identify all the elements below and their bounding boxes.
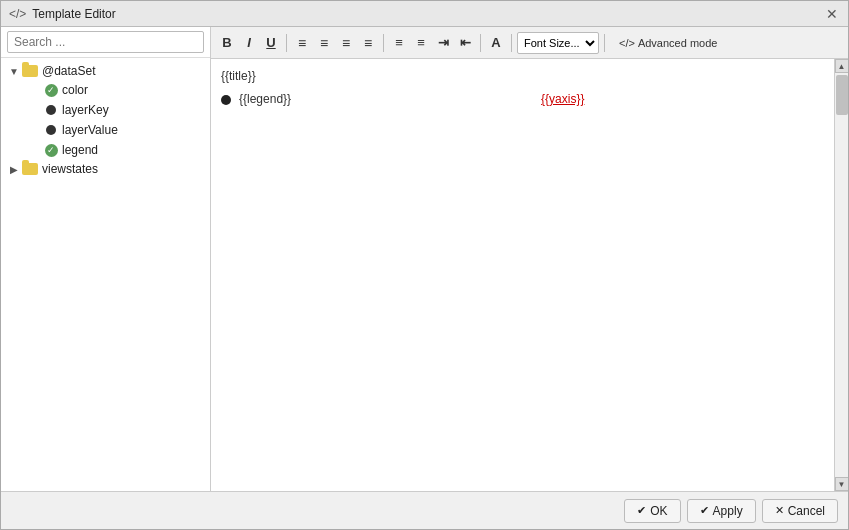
tree-node-layerkey[interactable]: layerKey — [1, 100, 210, 120]
sep4 — [511, 34, 512, 52]
indent-button[interactable]: ⇥ — [433, 34, 453, 51]
ok-button[interactable]: ✔ OK — [624, 499, 680, 523]
sep3 — [480, 34, 481, 52]
tree-node-color[interactable]: ✓ color — [1, 80, 210, 100]
underline-button[interactable]: U — [261, 34, 281, 51]
scrollbar: ▲ ▼ — [834, 59, 848, 491]
cancel-label: Cancel — [788, 504, 825, 518]
align-left-button[interactable]: ≡ — [292, 34, 312, 52]
template-editor-dialog: </> Template Editor ✕ ▼ @dataSet — [0, 0, 849, 530]
close-button[interactable]: ✕ — [824, 7, 840, 21]
title-bar-left: </> Template Editor — [9, 7, 116, 21]
tree-node-viewstates[interactable]: ▶ viewstates — [1, 160, 210, 178]
expand-arrow-dataset: ▼ — [7, 66, 21, 77]
font-size-select[interactable]: Font Size... — [517, 32, 599, 54]
scroll-thumb[interactable] — [836, 75, 848, 115]
tree-label-legend: legend — [62, 143, 98, 157]
sep5 — [604, 34, 605, 52]
left-panel: ▼ @dataSet ✓ color — [1, 27, 211, 491]
editor-line-title: {{title}} — [221, 67, 824, 86]
align-right-button[interactable]: ≡ — [336, 34, 356, 52]
align-center-button[interactable]: ≡ — [314, 34, 334, 52]
check-icon-legend: ✓ — [43, 142, 59, 158]
italic-button[interactable]: I — [239, 34, 259, 51]
expand-arrow-viewstates: ▶ — [7, 164, 21, 175]
check-icon-color: ✓ — [43, 82, 59, 98]
right-panel: B I U ≡ ≡ ≡ ≡ ≡ ≡ ⇥ ⇤ A Font Size... — [211, 27, 848, 491]
bullet-icon — [221, 95, 231, 105]
tree-label-layervalue: layerValue — [62, 123, 118, 137]
tree-node-layervalue[interactable]: layerValue — [1, 120, 210, 140]
apply-button[interactable]: ✔ Apply — [687, 499, 756, 523]
advanced-mode-button[interactable]: </> Advanced mode — [614, 35, 722, 51]
tree: ▼ @dataSet ✓ color — [1, 58, 210, 491]
unordered-list-button[interactable]: ≡ — [411, 34, 431, 51]
sep1 — [286, 34, 287, 52]
tree-label-dataset: @dataSet — [42, 64, 96, 78]
tree-node-dataset[interactable]: ▼ @dataSet — [1, 62, 210, 80]
bold-button[interactable]: B — [217, 34, 237, 51]
font-button[interactable]: A — [486, 34, 506, 51]
dot-icon-layervalue — [43, 122, 59, 138]
ok-label: OK — [650, 504, 667, 518]
sep2 — [383, 34, 384, 52]
dialog-icon: </> — [9, 7, 26, 21]
tree-label-layerkey: layerKey — [62, 103, 109, 117]
tree-label-color: color — [62, 83, 88, 97]
folder-icon-viewstates — [21, 162, 39, 176]
yaxis-template: {{yaxis}} — [541, 90, 584, 109]
ok-icon: ✔ — [637, 504, 646, 517]
ordered-list-button[interactable]: ≡ — [389, 34, 409, 51]
search-box — [1, 27, 210, 58]
tree-node-legend[interactable]: ✓ legend — [1, 140, 210, 160]
cancel-button[interactable]: ✕ Cancel — [762, 499, 838, 523]
bottom-bar: ✔ OK ✔ Apply ✕ Cancel — [1, 491, 848, 529]
advanced-mode-label: Advanced mode — [638, 37, 718, 49]
tree-label-viewstates: viewstates — [42, 162, 98, 176]
dialog-title: Template Editor — [32, 7, 115, 21]
advanced-mode-icon: </> — [619, 37, 635, 49]
legend-template: {{legend}} — [239, 90, 291, 109]
outdent-button[interactable]: ⇤ — [455, 34, 475, 51]
dot-icon-layerkey — [43, 102, 59, 118]
main-content: ▼ @dataSet ✓ color — [1, 27, 848, 491]
folder-icon-dataset — [21, 64, 39, 78]
search-input[interactable] — [7, 31, 204, 53]
scroll-down-arrow[interactable]: ▼ — [835, 477, 849, 491]
title-bar: </> Template Editor ✕ — [1, 1, 848, 27]
justify-button[interactable]: ≡ — [358, 34, 378, 52]
editor-line-content: {{legend}} {{yaxis}} — [221, 90, 824, 109]
editor-container: {{title}} {{legend}} {{yaxis}} ▲ ▼ — [211, 59, 848, 491]
scroll-up-arrow[interactable]: ▲ — [835, 59, 849, 73]
cancel-icon: ✕ — [775, 504, 784, 517]
apply-label: Apply — [713, 504, 743, 518]
editor-area[interactable]: {{title}} {{legend}} {{yaxis}} — [211, 59, 834, 491]
apply-icon: ✔ — [700, 504, 709, 517]
editor-toolbar: B I U ≡ ≡ ≡ ≡ ≡ ≡ ⇥ ⇤ A Font Size... — [211, 27, 848, 59]
